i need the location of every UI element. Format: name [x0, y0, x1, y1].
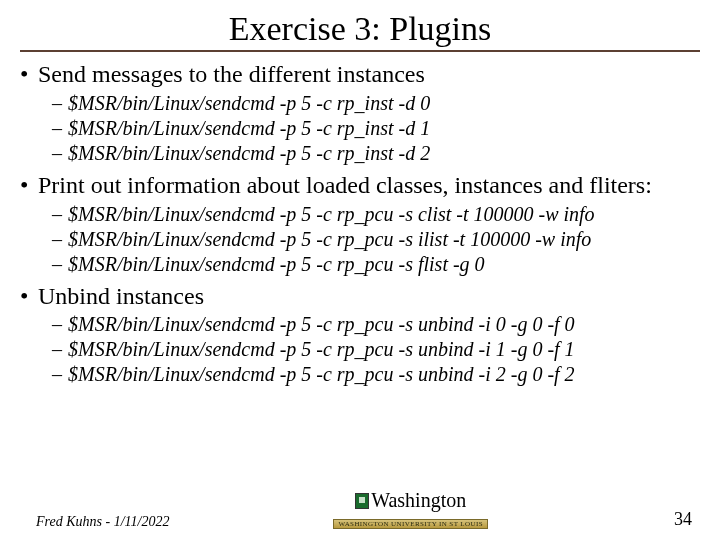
bullet-print-info: Print out information about loaded class…	[20, 171, 700, 276]
cmd-line: $MSR/bin/Linux/sendcmd -p 5 -c rp_pcu -s…	[52, 202, 700, 226]
bullet-send-messages: Send messages to the different instances…	[20, 60, 700, 165]
cmd-line: $MSR/bin/Linux/sendcmd -p 5 -c rp_pcu -s…	[52, 227, 700, 251]
footer: Fred Kuhns - 1/11/2022 Washington WASHIN…	[0, 489, 720, 530]
university-line: Washington	[169, 489, 652, 512]
cmd-line: $MSR/bin/Linux/sendcmd -p 5 -c rp_pcu -s…	[52, 337, 700, 361]
slide-title: Exercise 3: Plugins	[20, 10, 700, 52]
university-name: Washington	[371, 489, 466, 511]
bullet-text: Print out information about loaded class…	[38, 172, 652, 198]
bullet-text: Send messages to the different instances	[38, 61, 425, 87]
cmd-line: $MSR/bin/Linux/sendcmd -p 5 -c rp_inst -…	[52, 116, 700, 140]
slide-content: Send messages to the different instances…	[20, 60, 700, 386]
cmd-line: $MSR/bin/Linux/sendcmd -p 5 -c rp_inst -…	[52, 91, 700, 115]
slide: Exercise 3: Plugins Send messages to the…	[0, 0, 720, 540]
cmd-line: $MSR/bin/Linux/sendcmd -p 5 -c rp_pcu -s…	[52, 312, 700, 336]
university-subtitle: WASHINGTON UNIVERSITY IN ST LOUIS	[333, 519, 488, 529]
cmd-line: $MSR/bin/Linux/sendcmd -p 5 -c rp_pcu -s…	[52, 252, 700, 276]
footer-author-date: Fred Kuhns - 1/11/2022	[36, 514, 169, 530]
footer-center: Washington WASHINGTON UNIVERSITY IN ST L…	[169, 489, 652, 530]
shield-icon	[355, 493, 369, 509]
cmd-line: $MSR/bin/Linux/sendcmd -p 5 -c rp_inst -…	[52, 141, 700, 165]
page-number: 34	[652, 509, 692, 530]
bullet-unbind: Unbind instances $MSR/bin/Linux/sendcmd …	[20, 282, 700, 387]
bullet-text: Unbind instances	[38, 283, 204, 309]
cmd-line: $MSR/bin/Linux/sendcmd -p 5 -c rp_pcu -s…	[52, 362, 700, 386]
